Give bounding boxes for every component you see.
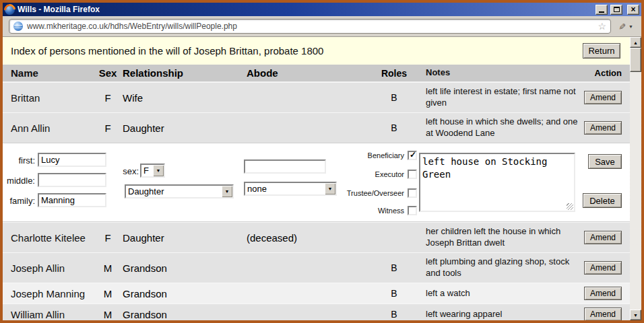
- person-name: Ann Allin: [3, 122, 97, 134]
- amend-button[interactable]: Amend: [584, 121, 622, 135]
- bookmark-star-icon[interactable]: ☆: [598, 22, 607, 31]
- person-notes: left life interest in estate; first name…: [422, 86, 583, 109]
- role-beneficiary: Beneficiary: [368, 150, 417, 160]
- delete-button[interactable]: Delete: [583, 193, 622, 208]
- scroll-up-button[interactable]: ▲: [630, 37, 641, 48]
- save-button[interactable]: Save: [588, 154, 622, 169]
- close-icon: ×: [631, 5, 635, 13]
- person-roles: B: [366, 122, 422, 133]
- person-relationship: Wife: [119, 92, 243, 104]
- header-sex: Sex: [97, 67, 119, 79]
- sex-select[interactable]: F ▼: [140, 164, 165, 178]
- scrollbar-thumb[interactable]: [630, 48, 641, 72]
- chevron-down-icon[interactable]: ▼: [153, 165, 164, 176]
- person-sex: F: [97, 232, 119, 244]
- trustee-overseer-label: Trustee/Overseer: [347, 189, 404, 197]
- content-area: Index of persons mentioned in the will o…: [3, 37, 641, 320]
- person-roles: B: [366, 92, 422, 103]
- abode-select-value: none: [245, 183, 325, 194]
- firefox-icon: [5, 5, 15, 15]
- tools-menu-button[interactable]: ✎ ▼: [616, 21, 635, 32]
- header-relationship: Relationship: [119, 67, 243, 79]
- person-notes: left a watch: [422, 288, 583, 299]
- person-abode: (deceased): [243, 232, 366, 244]
- page-title: Index of persons mentioned in the will o…: [11, 45, 323, 57]
- url-text: www.mkheritage.co.uk/hdhs/WebEntry/wills…: [27, 22, 594, 31]
- table-row: Ann Allin F Daughter B left house in whi…: [3, 112, 630, 143]
- table-row: Joseph Manning M Grandson B left a watch…: [3, 283, 630, 303]
- trustee-overseer-checkbox[interactable]: [408, 188, 417, 198]
- person-relationship: Grandson: [119, 262, 243, 274]
- sex-label: sex:: [105, 166, 139, 176]
- amend-button[interactable]: Amend: [584, 261, 622, 275]
- family-name-input[interactable]: [38, 193, 106, 207]
- scroll-down-button[interactable]: ▼: [630, 310, 641, 320]
- return-button[interactable]: Return: [583, 43, 620, 59]
- chevron-down-icon[interactable]: ▼: [325, 183, 335, 194]
- person-name: Joseph Manning: [3, 288, 97, 299]
- header-action: Action: [583, 68, 630, 78]
- person-notes: her children left the house in which Jos…: [422, 226, 583, 249]
- amend-button[interactable]: Amend: [584, 231, 622, 244]
- person-sex: M: [97, 262, 119, 274]
- beneficiary-checkbox[interactable]: [408, 151, 417, 160]
- up-arrow-icon: ▲: [633, 40, 638, 45]
- middle-name-input[interactable]: [38, 173, 106, 187]
- witness-label: Witness: [378, 207, 404, 215]
- header-name: Name: [3, 67, 97, 79]
- person-name: Brittan: [3, 92, 97, 104]
- person-notes: left plumbing and glazing shop, stock an…: [422, 256, 583, 279]
- amend-button[interactable]: Amend: [584, 91, 622, 104]
- table-row: William Allin M Grandson B left wearing …: [3, 303, 630, 320]
- person-name: Joseph Allin: [3, 262, 97, 274]
- edit-person-row: first: middle: family: sex: F ▼ Daughter…: [3, 143, 630, 222]
- scrollbar-track[interactable]: [630, 72, 641, 310]
- person-notes: left wearing apparel: [422, 309, 583, 320]
- header-notes: Notes: [422, 67, 583, 79]
- role-executor: Executor: [375, 169, 417, 179]
- amend-button[interactable]: Amend: [584, 308, 622, 320]
- person-notes: left house in which she dwells; and one …: [422, 116, 583, 139]
- notes-field-wrap: [419, 153, 575, 212]
- person-relationship: Grandson: [119, 309, 243, 320]
- vertical-scrollbar[interactable]: ▲ ▼: [630, 37, 641, 320]
- abode-input[interactable]: [244, 159, 326, 174]
- minimize-icon: [599, 11, 604, 13]
- family-name-label: family:: [3, 196, 35, 206]
- titlebar[interactable]: Wills - Mozilla Firefox ×: [3, 3, 641, 16]
- maximize-icon: [614, 7, 620, 12]
- page: Index of persons mentioned in the will o…: [3, 37, 630, 320]
- window-title: Wills - Mozilla Firefox: [18, 5, 593, 14]
- navigation-toolbar: www.mkheritage.co.uk/hdhs/WebEntry/wills…: [3, 16, 641, 37]
- person-relationship: Daughter: [119, 232, 243, 244]
- table-row: Joseph Allin M Grandson B left plumbing …: [3, 252, 630, 283]
- notes-textarea[interactable]: [419, 153, 575, 212]
- down-arrow-icon: ▼: [633, 313, 638, 318]
- executor-checkbox[interactable]: [408, 170, 417, 179]
- chevron-down-icon[interactable]: ▼: [222, 186, 232, 197]
- chevron-down-icon: ▼: [629, 24, 633, 29]
- person-roles: B: [366, 262, 422, 273]
- resize-grip-icon[interactable]: [567, 203, 573, 210]
- abode-select[interactable]: none ▼: [244, 182, 337, 196]
- role-witness: Witness: [378, 205, 417, 215]
- table-row: Charlotte Kitelee F Daughter (deceased) …: [3, 222, 630, 252]
- executor-label: Executor: [375, 170, 404, 178]
- person-name: Charlotte Kitelee: [3, 232, 97, 244]
- header-abode: Abode: [243, 67, 366, 79]
- close-button[interactable]: ×: [627, 5, 639, 15]
- minimize-button[interactable]: [595, 5, 608, 15]
- amend-button[interactable]: Amend: [584, 287, 622, 300]
- person-relationship: Grandson: [119, 288, 243, 299]
- person-sex: F: [97, 122, 119, 134]
- heading-band: Index of persons mentioned in the will o…: [3, 37, 630, 65]
- maximize-button[interactable]: [610, 5, 622, 15]
- person-relationship: Daughter: [119, 122, 243, 134]
- relationship-select-value: Daughter: [126, 186, 222, 197]
- url-bar[interactable]: www.mkheritage.co.uk/hdhs/WebEntry/wills…: [9, 19, 611, 34]
- first-name-input[interactable]: [38, 153, 106, 167]
- table-header-row: Name Sex Relationship Abode Roles Notes …: [3, 65, 630, 82]
- relationship-select[interactable]: Daughter ▼: [125, 184, 234, 199]
- globe-icon: [13, 22, 23, 31]
- witness-checkbox[interactable]: [408, 206, 417, 215]
